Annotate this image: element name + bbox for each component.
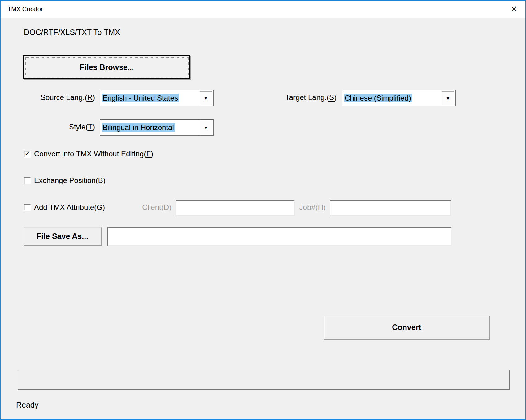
convert-label: Convert (392, 323, 421, 332)
files-browse-button[interactable]: Files Browse... (23, 55, 190, 79)
checkbox-add-tmx-attribute[interactable]: ✔ (24, 204, 31, 211)
client-input[interactable] (176, 201, 294, 215)
checkbox-exchange-position-label[interactable]: Exchange Position(B) (34, 176, 106, 185)
save-path-input[interactable] (108, 228, 451, 245)
target-lang-label: Target Lang.(S) (258, 93, 337, 102)
file-save-as-label: File Save As... (37, 232, 88, 241)
target-lang-value: Chinese (Simplified) (343, 91, 441, 105)
checkbox-convert-without-editing-label[interactable]: Convert into TMX Without Editing(F) (34, 149, 153, 158)
close-button[interactable]: ✕ (505, 1, 523, 18)
dropdown-arrow-icon: ▼ (204, 96, 208, 101)
source-lang-value: English - United States (101, 91, 199, 105)
check-icon: ✔ (25, 150, 30, 157)
dropdown-arrow-icon: ▼ (204, 125, 208, 130)
files-browse-label: Files Browse... (25, 57, 189, 77)
file-save-as-button[interactable]: File Save As... (24, 227, 102, 246)
checkbox-convert-without-editing[interactable]: ✔ (24, 151, 31, 158)
section-heading: DOC/RTF/XLS/TXT To TMX (24, 28, 120, 37)
window-title: TMX Creator (7, 1, 43, 18)
style-arrow-button[interactable]: ▼ (200, 121, 212, 134)
client-label: Client(D) (124, 203, 172, 212)
progress-bar (18, 370, 510, 390)
style-dropdown[interactable]: Bilingual in Horizontal ▼ (100, 119, 214, 136)
source-lang-label: Source Lang.(R) (19, 93, 95, 102)
tmx-creator-window: TMX Creator ✕ DOC/RTF/XLS/TXT To TMX Fil… (0, 0, 526, 420)
checkbox-add-tmx-attribute-label[interactable]: Add TMX Attribute(G) (34, 203, 105, 212)
style-value: Bilingual in Horizontal (101, 121, 199, 134)
titlebar: TMX Creator ✕ (1, 1, 525, 18)
close-icon: ✕ (511, 5, 517, 14)
job-number-label: Job#(H) (295, 203, 326, 212)
client-field-frame (176, 200, 295, 216)
convert-button[interactable]: Convert (324, 316, 490, 340)
target-lang-arrow-button[interactable]: ▼ (442, 91, 454, 105)
source-lang-dropdown[interactable]: English - United States ▼ (100, 90, 214, 106)
style-label: Style(T) (19, 123, 95, 131)
status-text: Ready (16, 401, 38, 409)
target-lang-dropdown[interactable]: Chinese (Simplified) ▼ (342, 90, 456, 106)
job-field-frame (330, 200, 451, 216)
save-path-field-frame (107, 227, 451, 246)
dropdown-arrow-icon: ▼ (446, 96, 450, 101)
job-number-input[interactable] (330, 201, 450, 215)
checkbox-exchange-position[interactable]: ✔ (24, 177, 31, 184)
source-lang-arrow-button[interactable]: ▼ (200, 91, 212, 105)
